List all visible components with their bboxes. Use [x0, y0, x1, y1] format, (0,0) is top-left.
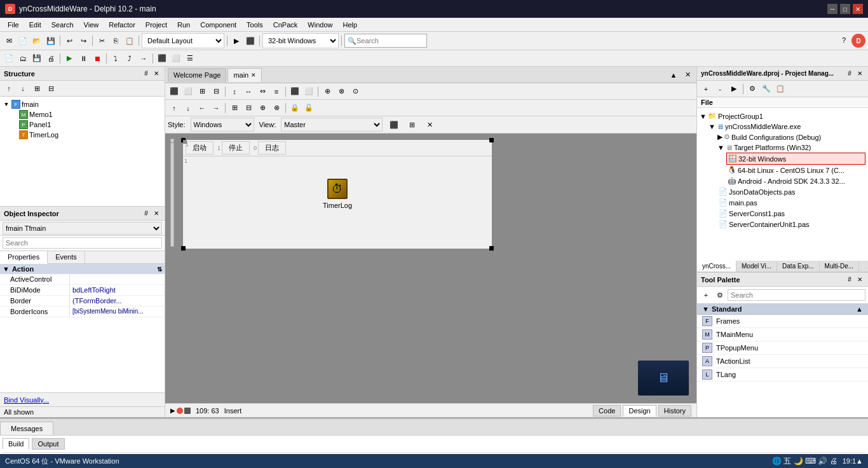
tb-proj1[interactable]: ▶ — [230, 34, 243, 47]
view-btn2[interactable]: ⊞ — [405, 118, 418, 131]
tab-main[interactable]: main ✕ — [227, 68, 262, 82]
tp-item-tpopupmenu[interactable]: P TPopupMenu — [697, 341, 868, 355]
layout-dropdown[interactable]: Default Layout — [142, 33, 224, 48]
oi-row-bordericons[interactable]: BorderIcons [biSystemMenu biMinin... — [0, 306, 165, 317]
des-tb2-9[interactable]: 🔒 — [288, 102, 301, 114]
tp-standard-header[interactable]: ▼ Standard ▲ — [697, 304, 868, 315]
tp-btn1[interactable]: + — [700, 289, 712, 301]
menu-help[interactable]: Help — [337, 20, 362, 30]
rbt-yn[interactable]: ynCross... — [697, 261, 736, 272]
tab-main-close[interactable]: ✕ — [251, 72, 256, 78]
pm-pin[interactable]: # — [845, 69, 854, 78]
tb-pause[interactable]: ⏸ — [77, 52, 90, 65]
msg-tab-output[interactable]: Output — [32, 438, 64, 450]
tb-proj2[interactable]: ⬛ — [244, 34, 257, 47]
search-input[interactable] — [356, 37, 424, 45]
proj-item-serverconst[interactable]: 📄 ServerConst1.pas — [717, 208, 865, 219]
tb-redo[interactable]: ↪ — [77, 34, 90, 47]
tb-step3[interactable]: → — [137, 52, 150, 65]
proj-item-json[interactable]: 📄 JsonDataObjects.pas — [717, 186, 865, 197]
platform-dropdown[interactable]: 32-bit Windows — [262, 33, 339, 48]
proj-item-linux[interactable]: 🐧 64-bit Linux - CentOS Linux 7 (C... — [726, 165, 865, 176]
menu-search[interactable]: Search — [46, 20, 79, 30]
tb-run[interactable]: ▶ — [63, 52, 76, 65]
st-btn1[interactable]: ↑ — [3, 82, 15, 95]
proj-item-buildconfig[interactable]: ▶ ⚙ Build Configurations (Debug) — [717, 132, 865, 142]
tp-item-frames[interactable]: F Frames — [697, 315, 868, 328]
tb-stop[interactable]: ⏹ — [91, 52, 104, 65]
tb-open[interactable]: 📂 — [31, 34, 43, 47]
des-tb-12[interactable]: ⊗ — [335, 85, 348, 98]
des-tb-7[interactable]: ⇔ — [256, 85, 269, 98]
tb-save[interactable]: 💾 — [44, 34, 57, 47]
tb-align1[interactable]: ⬛ — [156, 52, 168, 65]
tp-btn2[interactable]: ⚙ — [714, 289, 726, 301]
menu-edit[interactable]: Edit — [24, 20, 46, 30]
des-tb-3[interactable]: ⊞ — [196, 85, 208, 98]
proj-item-android[interactable]: 🤖 Android - Android SDK 24.3.3 32... — [726, 176, 865, 186]
st-btn3[interactable]: ⊞ — [31, 82, 43, 95]
tab-properties[interactable]: Properties — [0, 251, 48, 264]
tb-align2[interactable]: ⬜ — [170, 52, 182, 65]
menu-run[interactable]: Run — [172, 20, 195, 30]
tab-welcome[interactable]: Welcome Page — [168, 68, 226, 82]
oi-row-border[interactable]: Border (TFormBorder... — [0, 296, 165, 306]
bottom-tab-messages[interactable]: Messages — [0, 422, 53, 435]
tb-align3[interactable]: ☰ — [184, 52, 196, 65]
msg-tab-build[interactable]: Build — [3, 438, 29, 450]
des-tb2-5[interactable]: ⊞ — [228, 102, 241, 114]
tp-close[interactable]: ✕ — [855, 275, 864, 284]
tb-email[interactable]: ✉ — [3, 34, 15, 47]
proj-item-win32[interactable]: 🪟 32-bit Windows — [726, 153, 865, 165]
resize-handle-br[interactable] — [489, 246, 494, 251]
tb-r2-2[interactable]: 🗂 — [17, 52, 29, 65]
st-btn4[interactable]: ⊟ — [44, 82, 57, 95]
des-tb-2[interactable]: ⬜ — [182, 85, 194, 98]
pm-tb5[interactable]: 🔧 — [760, 83, 773, 95]
des-tb-8[interactable]: ≡ — [270, 85, 283, 98]
oi-search-input[interactable] — [3, 237, 162, 249]
des-tb-6[interactable]: ↔ — [242, 85, 255, 98]
form-btn-log[interactable]: 日志 — [258, 141, 286, 155]
des-tb2-8[interactable]: ⊗ — [270, 102, 283, 114]
des-tb2-6[interactable]: ⊟ — [242, 102, 255, 114]
tb-r2-4[interactable]: 🖨 — [44, 52, 57, 65]
menu-tools[interactable]: Tools — [241, 20, 268, 30]
tree-item-fmain[interactable]: ▼ F fmain — [3, 99, 162, 109]
code-tab-history[interactable]: History — [658, 405, 691, 416]
tree-item-memo1[interactable]: M Memo1 — [10, 109, 162, 120]
status-run-btn[interactable]: ▶ — [170, 407, 175, 414]
tb-r2-1[interactable]: 📄 — [3, 52, 15, 65]
tb-cut[interactable]: ✂ — [95, 34, 108, 47]
bind-visually-link[interactable]: Bind Visually... — [4, 396, 49, 404]
oi-row-activecontrol[interactable]: ActiveControl — [0, 274, 165, 285]
des-tb2-4[interactable]: → — [210, 102, 222, 114]
menu-window[interactable]: Window — [302, 20, 337, 30]
pm-tb6[interactable]: 📋 — [774, 83, 787, 95]
tab-ctrl-1[interactable]: ▲ — [667, 69, 680, 81]
oi-component-select[interactable]: fmain Tfmain — [3, 222, 162, 235]
oi-close[interactable]: ✕ — [152, 209, 161, 218]
tb-step1[interactable]: ⤵ — [109, 52, 122, 65]
des-tb2-7[interactable]: ⊕ — [256, 102, 269, 114]
oi-row-bidimode[interactable]: BiDiMode bdLeftToRight — [0, 285, 165, 296]
tp-item-tlang[interactable]: L TLang — [697, 368, 868, 382]
resize-handle-bl[interactable] — [181, 246, 186, 251]
tb-r2-3[interactable]: 💾 — [31, 52, 43, 65]
des-tb-9[interactable]: ⬛ — [288, 85, 301, 98]
form-window[interactable]: 1 启动 1 停止 0 日志 1 ⏱ — [182, 139, 493, 250]
des-tb-5[interactable]: ↕ — [228, 85, 241, 98]
tp-pin[interactable]: # — [845, 275, 854, 284]
proj-item-group1[interactable]: ▼ 📁 ProjectGroup1 — [700, 111, 865, 121]
view-btn1[interactable]: ⬛ — [388, 118, 400, 131]
rbt-data[interactable]: Data Exp... — [777, 261, 819, 272]
pm-tb4[interactable]: ⚙ — [746, 83, 759, 95]
structure-pin[interactable]: # — [142, 69, 151, 78]
pm-tb1[interactable]: + — [700, 83, 712, 95]
menu-project[interactable]: Project — [140, 20, 172, 30]
menu-component[interactable]: Component — [195, 20, 241, 30]
menu-refactor[interactable]: Refactor — [104, 20, 140, 30]
tb-step2[interactable]: ⤴ — [123, 52, 136, 65]
des-tb2-2[interactable]: ↓ — [182, 102, 194, 114]
des-tb-10[interactable]: ⬜ — [302, 85, 315, 98]
